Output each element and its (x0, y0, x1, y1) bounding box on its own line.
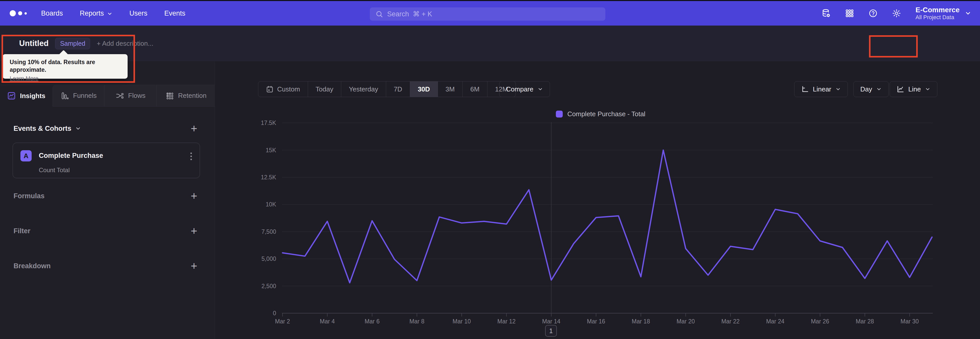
filter-label: Filter (14, 227, 30, 235)
chevron-down-icon (965, 10, 971, 17)
range-custom[interactable]: Custom (258, 82, 308, 97)
nav-item-boards[interactable]: Boards (41, 10, 63, 18)
event-card[interactable]: A Complete Purchase Count Total (13, 142, 200, 178)
chart-panel: Custom Today Yesterday 7D 30D 3M 6M 12M … (215, 62, 980, 339)
date-range-selector: Custom Today Yesterday 7D 30D 3M 6M 12M (258, 81, 516, 97)
learn-more-link[interactable]: Learn More (10, 75, 38, 82)
interval-selector-button[interactable]: Day (853, 81, 889, 97)
insights-icon (7, 91, 16, 100)
range-today[interactable]: Today (308, 82, 341, 97)
tooltip-message: Using 10% of data. Results are approxima… (10, 58, 121, 74)
tab-label: Funnels (73, 92, 97, 100)
project-name: E-Commerce (915, 6, 959, 14)
events-cohorts-header[interactable]: Events & Cohorts (14, 125, 81, 133)
sampled-badge[interactable]: Sampled (55, 38, 90, 49)
tab-flows[interactable]: Flows (104, 85, 156, 107)
range-6m[interactable]: 6M (463, 82, 487, 97)
legend-label: Complete Purchase - Total (567, 110, 646, 118)
add-event-button[interactable]: + (191, 123, 197, 134)
chevron-down-icon (925, 86, 931, 92)
funnels-icon (60, 91, 69, 100)
chevron-down-icon (107, 11, 113, 17)
events-cohorts-label: Events & Cohorts (14, 125, 72, 133)
top-nav: Boards Reports Users Events E-Commerce A… (0, 1, 980, 26)
event-title: Complete Purchase (39, 152, 103, 160)
event-letter-badge: A (21, 150, 32, 162)
retention-icon (165, 91, 174, 100)
mixpanel-logo[interactable] (10, 10, 27, 16)
search-input[interactable] (370, 7, 605, 21)
search-icon (375, 10, 383, 18)
linear-axis-icon (801, 85, 809, 93)
legend-swatch (556, 110, 563, 118)
nav-item-users[interactable]: Users (129, 10, 148, 18)
breakdown-row: Breakdown + (0, 260, 215, 272)
tab-insights[interactable]: Insights (0, 85, 52, 107)
breakdown-label: Breakdown (14, 262, 51, 270)
nav-item-reports-label: Reports (80, 10, 104, 18)
chart-type-selector-button[interactable]: Line (890, 81, 937, 97)
filter-row: Filter + (0, 225, 215, 237)
data-management-icon[interactable] (821, 9, 831, 18)
flows-icon (115, 91, 124, 100)
annotation-marker[interactable]: 1 (545, 325, 557, 337)
formulas-label: Formulas (14, 192, 45, 200)
nav-item-reports[interactable]: Reports (80, 10, 113, 18)
event-aggregation[interactable]: Count Total (39, 166, 70, 174)
chevron-down-icon (75, 125, 81, 131)
settings-gear-icon[interactable] (892, 9, 901, 18)
add-filter-button[interactable]: + (191, 226, 197, 236)
range-7d[interactable]: 7D (386, 82, 410, 97)
report-header: Untitled Sampled + Add description... Sa… (0, 26, 980, 61)
report-title[interactable]: Untitled (19, 39, 48, 48)
nav-utilities: E-Commerce All Project Data (821, 1, 971, 26)
interval-label: Day (860, 85, 872, 93)
add-breakdown-button[interactable]: + (191, 261, 197, 271)
line-chart-icon (897, 85, 904, 93)
query-builder-sidebar: Insights Funnels Flows Retention Events … (0, 62, 215, 339)
project-selector[interactable]: E-Commerce All Project Data (915, 6, 971, 21)
apps-grid-icon[interactable] (845, 9, 854, 18)
report-type-tabs: Insights Funnels Flows Retention (0, 85, 215, 107)
tab-retention[interactable]: Retention (156, 85, 215, 107)
formulas-row: Formulas + (0, 190, 215, 201)
scale-selector-button[interactable]: Linear (794, 81, 848, 97)
range-3m[interactable]: 3M (438, 82, 463, 97)
search-field[interactable] (387, 10, 600, 18)
tab-label: Insights (20, 92, 45, 100)
calendar-icon (266, 85, 274, 93)
primary-nav: Boards Reports Users Events (41, 10, 185, 18)
nav-item-events[interactable]: Events (164, 10, 186, 18)
project-scope: All Project Data (915, 14, 959, 21)
chart-legend[interactable]: Complete Purchase - Total (556, 110, 646, 118)
compare-button[interactable]: Compare (499, 81, 550, 97)
sampling-tooltip: Using 10% of data. Results are approxima… (3, 54, 127, 79)
range-30d[interactable]: 30D (410, 82, 438, 97)
chart-type-label: Line (908, 85, 921, 93)
add-description[interactable]: + Add description... (97, 40, 153, 48)
scale-label: Linear (813, 85, 831, 93)
range-yesterday[interactable]: Yesterday (341, 82, 386, 97)
range-label: Custom (277, 85, 300, 93)
event-options-kebab[interactable] (189, 151, 193, 162)
add-formula-button[interactable]: + (191, 191, 197, 201)
tab-funnels[interactable]: Funnels (52, 85, 104, 107)
chevron-down-icon (876, 86, 882, 92)
chevron-down-icon (835, 86, 841, 92)
tab-label: Retention (178, 92, 207, 100)
compare-label: Compare (506, 85, 533, 93)
insights-report-app: 02,5005,0007,50010K12.5K15K17.5KMar 2Mar… (0, 0, 980, 339)
chevron-down-icon (538, 86, 543, 92)
tab-label: Flows (128, 92, 145, 100)
events-cohorts-header-row: Events & Cohorts + (0, 123, 215, 134)
help-icon[interactable] (869, 9, 878, 18)
